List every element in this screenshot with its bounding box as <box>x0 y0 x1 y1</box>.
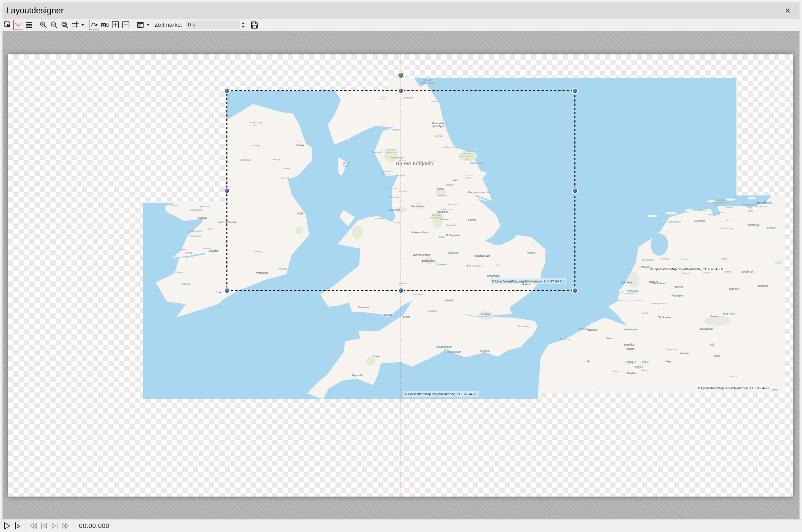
zoom-in-tool-button[interactable] <box>39 20 49 30</box>
svg-text:Sheffield: Sheffield <box>438 210 448 213</box>
svg-text:Bristol: Bristol <box>403 315 410 318</box>
svg-text:Zwolle: Zwolle <box>681 258 688 261</box>
add-keyframe-tool-button[interactable] <box>110 20 120 30</box>
motion-path-tool-button[interactable] <box>89 20 99 30</box>
svg-text:Newry: Newry <box>283 167 290 170</box>
next-frame-button[interactable] <box>50 521 60 530</box>
svg-text:Wexford: Wexford <box>279 268 287 270</box>
svg-text:England: England <box>466 264 483 267</box>
svg-text:Omagh: Omagh <box>252 144 260 147</box>
svg-text:Nottingham: Nottingham <box>446 234 459 237</box>
svg-text:Shannon: Shannon <box>203 247 212 250</box>
remove-keyframe-icon <box>122 21 130 29</box>
layers-icon <box>25 21 33 29</box>
svg-text:Koblenz: Koblenz <box>729 375 737 378</box>
svg-text:Dublin: Dublin <box>297 212 304 215</box>
properties-tool-button[interactable] <box>135 20 146 30</box>
svg-text:Preston: Preston <box>399 190 407 193</box>
svg-text:Köln: Köln <box>710 343 715 346</box>
grid-dropdown-arrow[interactable] <box>80 20 85 30</box>
main-toolbar: Zeitmarke: <box>2 19 800 31</box>
transport-separator <box>25 522 26 530</box>
remove-keyframe-tool-button[interactable] <box>121 20 131 30</box>
svg-text:Coventry: Coventry <box>436 263 447 266</box>
play-step-button[interactable] <box>13 521 23 530</box>
svg-text:Antwerpen: Antwerpen <box>624 328 637 331</box>
svg-text:Newcastleupon Tyne: Newcastleupon Tyne <box>432 122 444 128</box>
path-points-tool-button[interactable] <box>13 20 23 30</box>
svg-text:Dunkerque: Dunkerque <box>560 338 572 341</box>
svg-text:Stoke-on-Trent: Stoke-on-Trent <box>411 231 429 234</box>
layout-workspace[interactable]: United KingdomNederlandBruxelles —Brusse… <box>2 31 800 519</box>
transport-separator <box>73 522 73 530</box>
svg-text:Barrow-in-Furness: Barrow-in-Furness <box>381 170 392 175</box>
svg-text:Egremont: Egremont <box>371 151 382 153</box>
close-icon[interactable]: × <box>782 4 794 17</box>
svg-text:Southport: Southport <box>389 196 399 198</box>
map-image-layers[interactable]: United KingdomNederlandBruxelles —Brusse… <box>143 78 785 399</box>
svg-text:Lancaster: Lancaster <box>395 174 405 177</box>
zoom-fit-tool-button[interactable] <box>60 20 70 30</box>
svg-text:Dundalk: Dundalk <box>281 177 289 179</box>
lake-ijsselmeer <box>651 233 668 256</box>
svg-text:London: London <box>481 312 490 316</box>
camera-pan-tool-button[interactable] <box>100 20 110 30</box>
svg-text:Rheine: Rheine <box>724 270 731 273</box>
svg-text:Deventer: Deventer <box>682 272 692 275</box>
zoom-out-tool-button[interactable] <box>49 20 59 30</box>
svg-text:Lincoln: Lincoln <box>468 218 477 222</box>
save-button[interactable] <box>249 20 260 30</box>
svg-text:Utrecht: Utrecht <box>649 280 658 283</box>
skip-to-start-button[interactable] <box>28 521 39 530</box>
toolbar-separator <box>133 21 133 29</box>
save-icon <box>250 21 259 29</box>
grid-tool-button[interactable] <box>70 20 80 30</box>
zeitmarke-input[interactable] <box>186 20 240 29</box>
osm-attribution: © OpenStreetMap.org-Mitwirkende, CC BY-S… <box>649 266 725 272</box>
svg-text:Essen: Essen <box>710 315 718 318</box>
svg-text:Rotherham: Rotherham <box>441 208 452 211</box>
svg-text:Belgique — België —: Belgique — België — <box>625 360 653 364</box>
svg-text:Hereford: Hereford <box>398 282 407 285</box>
svg-text:A166: A166 <box>467 176 472 178</box>
svg-text:Oldenburg: Oldenburg <box>746 224 759 227</box>
svg-text:Manchester: Manchester <box>411 205 425 208</box>
svg-text:Leyburn: Leyburn <box>427 160 435 163</box>
svg-text:Enniskillen: Enniskillen <box>240 158 251 161</box>
properties-dropdown-arrow[interactable] <box>146 20 150 30</box>
svg-text:Ennistymon: Ennistymon <box>190 234 202 238</box>
svg-text:Peak DistrictNational Park: Peak DistrictNational Park <box>430 214 442 219</box>
svg-text:Cardiff: Cardiff <box>384 314 392 317</box>
svg-text:Namur: Namur <box>642 369 649 372</box>
svg-text:Liverpool: Liverpool <box>389 209 400 212</box>
svg-text:Groningen: Groningen <box>694 219 706 222</box>
svg-text:Chester: Chester <box>393 221 401 224</box>
zeitmarke-spinner[interactable] <box>242 22 245 28</box>
svg-text:Headford: Headford <box>200 205 210 208</box>
skip-to-end-button[interactable] <box>60 521 71 530</box>
select-tool-button[interactable] <box>3 20 13 30</box>
svg-text:Düsseldorf: Düsseldorf <box>700 327 713 330</box>
svg-text:Wakefield: Wakefield <box>437 194 447 197</box>
svg-text:Kingston upon Hull: Kingston upon Hull <box>468 191 490 194</box>
svg-text:Southampton: Southampton <box>437 345 453 348</box>
svg-text:Purmerend: Purmerend <box>642 259 653 261</box>
add-keyframe-icon <box>111 21 119 29</box>
svg-text:Nijmegen: Nijmegen <box>671 294 683 297</box>
svg-text:Charleroi: Charleroi <box>627 372 637 375</box>
svg-text:Gent: Gent <box>606 337 612 340</box>
svg-text:Mons: Mons <box>613 370 619 373</box>
svg-text:Plymouth: Plymouth <box>351 374 363 377</box>
svg-text:Carlisle: Carlisle <box>392 128 400 131</box>
svg-text:York: York <box>453 179 458 182</box>
layers-tool-button[interactable] <box>24 20 34 30</box>
svg-text:Bremerhaven: Bremerhaven <box>756 201 772 204</box>
svg-text:Maastricht: Maastricht <box>667 348 678 351</box>
svg-text:Peterborough: Peterborough <box>474 254 490 257</box>
svg-text:Durham: Durham <box>435 135 443 137</box>
play-button[interactable] <box>2 521 13 530</box>
previous-frame-button[interactable] <box>39 521 50 530</box>
timecode-display: 00:00.000 <box>79 522 109 530</box>
svg-text:Bruxelles —: Bruxelles — <box>624 343 638 346</box>
layoutdesigner-window: Layoutdesigner × <box>0 0 802 532</box>
